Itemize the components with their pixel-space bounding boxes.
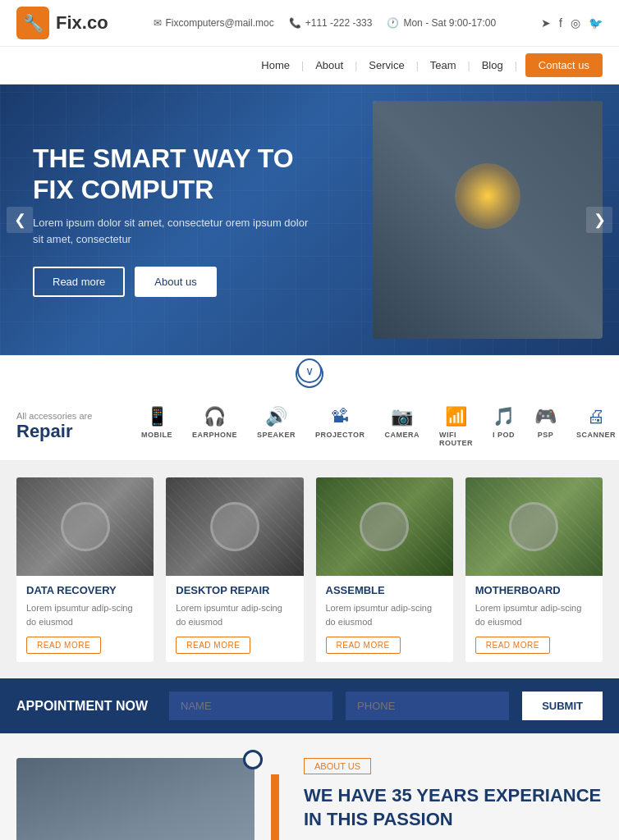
service-title-3: MOTHERBOARD	[475, 584, 593, 596]
scroll-down-icon: ∨	[297, 358, 322, 383]
repair-sym-1: 🎧	[204, 406, 226, 427]
appointment-name-input[interactable]	[169, 692, 332, 720]
email-text: Fixcomputers@mail.moc	[166, 17, 274, 29]
about-image-wrapper: 📞 111-222-33-66	[16, 758, 279, 840]
clock-icon: 🕐	[387, 17, 399, 29]
about-section: 📞 111-222-33-66 ABOUT US WE HAVE 35 YEAR…	[0, 733, 619, 840]
repair-bar: All accessories are Repair 📱MOBILE🎧EARPH…	[0, 393, 619, 461]
phone-icon: 📞	[289, 17, 301, 29]
appointment-phone-input[interactable]	[346, 692, 509, 720]
logo-icon: 🔧	[16, 7, 49, 39]
service-body-1: DESKTOP REPAIR Lorem ipsumtur adip-scing…	[166, 576, 303, 662]
about-content: ABOUT US WE HAVE 35 YEARS EXPERIANCE IN …	[304, 758, 603, 840]
about-tag: ABOUT US	[304, 758, 371, 774]
service-body-2: ASSEMBLE Lorem ipsumtur adip-scing do ei…	[316, 576, 453, 662]
repair-sym-8: 🖨	[587, 406, 605, 427]
repair-icon-projector[interactable]: 📽PROJECTOR	[305, 401, 374, 452]
nav-home[interactable]: Home	[250, 59, 301, 71]
email-info: ✉ Fixcomputers@mail.moc	[154, 17, 274, 29]
repair-label: All accessories are Repair	[16, 411, 131, 442]
repair-label-big: Repair	[16, 421, 131, 442]
hero-arrow-left[interactable]: ❮	[7, 207, 33, 233]
about-us-button[interactable]: About us	[135, 267, 216, 297]
repair-icon-mobile[interactable]: 📱MOBILE	[131, 401, 182, 452]
appointment-title: APPOINTMENT NOW	[16, 699, 148, 714]
about-main-image	[16, 758, 254, 840]
service-card-1: DESKTOP REPAIR Lorem ipsumtur adip-scing…	[166, 477, 303, 662]
repair-sym-5: 📶	[445, 406, 467, 427]
appointment-bar: APPOINTMENT NOW SUBMIT	[0, 678, 619, 733]
service-read-btn-1[interactable]: READ MORE	[176, 637, 250, 654]
about-heading: WE HAVE 35 YEARS EXPERIANCE IN THIS PASS…	[304, 784, 603, 831]
service-desc-1: Lorem ipsumtur adip-scing do eiusmod	[176, 601, 293, 628]
service-card-0: DATA RECOVERY Lorem ipsumtur adip-scing …	[16, 477, 154, 662]
repair-sym-4: 📷	[391, 406, 413, 427]
service-desc-2: Lorem ipsumtur adip-scing do eiusmod	[326, 601, 443, 628]
service-image-1	[166, 477, 303, 576]
repair-sym-6: 🎵	[493, 406, 515, 427]
hero-title: THE SMART WAY TO FIX COMPUTR	[33, 143, 310, 206]
instagram-icon[interactable]: ◎	[571, 16, 580, 30]
nav-team[interactable]: Team	[419, 59, 468, 71]
appointment-submit-button[interactable]: SUBMIT	[522, 692, 603, 720]
service-read-btn-0[interactable]: READ MORE	[26, 637, 101, 654]
top-social: ➤ f ◎ 🐦	[541, 16, 603, 30]
hours-text: Mon - Sat 9:00-17:00	[403, 17, 496, 29]
read-more-button[interactable]: Read more	[33, 267, 125, 297]
facebook-icon[interactable]: f	[559, 16, 562, 30]
repair-icon-scanner[interactable]: 🖨SCANNER	[566, 401, 619, 452]
navigation: Home | About | Service | Team | Blog | C…	[0, 47, 619, 84]
repair-sym-3: 📽	[331, 406, 349, 427]
phone-text: +111 -222 -333	[305, 17, 373, 29]
service-card-2: ASSEMBLE Lorem ipsumtur adip-scing do ei…	[316, 477, 453, 662]
repair-icon-wifi-router[interactable]: 📶WIFI ROUTER	[429, 401, 483, 452]
service-read-btn-3[interactable]: READ MORE	[475, 637, 550, 654]
repair-sym-7: 🎮	[534, 406, 557, 427]
repair-label-0: MOBILE	[141, 431, 172, 439]
repair-label-7: PSP	[538, 431, 554, 439]
service-image-2	[316, 477, 453, 576]
service-image-3	[465, 477, 603, 576]
service-title-1: DESKTOP REPAIR	[176, 584, 293, 596]
repair-icon-earphone[interactable]: 🎧EARPHONE	[182, 401, 247, 452]
email-icon: ✉	[154, 17, 162, 29]
contact-button[interactable]: Contact us	[525, 53, 603, 77]
hero-arrow-right[interactable]: ❯	[586, 207, 612, 233]
service-body-3: MOTHERBOARD Lorem ipsumtur adip-scing do…	[465, 576, 603, 662]
repair-icons-list: 📱MOBILE🎧EARPHONE🔊SPEAKER📽PROJECTOR📷CAMER…	[131, 401, 619, 452]
top-bar: 🔧 Fix.co ✉ Fixcomputers@mail.moc 📞 +111 …	[0, 0, 619, 47]
repair-sym-0: 📱	[146, 406, 168, 427]
orange-bar	[271, 774, 279, 840]
repair-icon-speaker[interactable]: 🔊SPEAKER	[247, 401, 305, 452]
phone-info: 📞 +111 -222 -333	[289, 17, 373, 29]
logo-text: Fix.co	[56, 12, 108, 34]
service-card-3: MOTHERBOARD Lorem ipsumtur adip-scing do…	[465, 477, 603, 662]
repair-icon-i-pod[interactable]: 🎵I POD	[483, 401, 525, 452]
services-section: DATA RECOVERY Lorem ipsumtur adip-scing …	[0, 461, 619, 678]
repair-label-1: EARPHONE	[192, 431, 237, 439]
circle-decoration	[243, 750, 263, 769]
repair-icon-psp[interactable]: 🎮PSP	[525, 401, 566, 452]
repair-label-4: CAMERA	[384, 431, 420, 439]
repair-icon-camera[interactable]: 📷CAMERA	[374, 401, 429, 452]
service-read-btn-2[interactable]: READ MORE	[326, 637, 401, 654]
service-desc-0: Lorem ipsumtur adip-scing do eiusmod	[26, 601, 144, 628]
nav-service[interactable]: Service	[357, 59, 415, 71]
hours-info: 🕐 Mon - Sat 9:00-17:00	[387, 17, 496, 29]
logo[interactable]: 🔧 Fix.co	[16, 7, 108, 39]
repair-label-small: All accessories are	[16, 411, 131, 421]
repair-label-8: SCANNER	[576, 431, 616, 439]
twitter-icon[interactable]: 🐦	[589, 16, 603, 30]
hero-left: THE SMART WAY TO FIX COMPUTR Lorem ipsum…	[0, 118, 342, 322]
service-title-2: ASSEMBLE	[326, 584, 443, 596]
hero-section: ❮ THE SMART WAY TO FIX COMPUTR Lorem ips…	[0, 84, 619, 355]
service-body-0: DATA RECOVERY Lorem ipsumtur adip-scing …	[16, 576, 154, 662]
hero-subtitle: Lorem ipsum dolor sit amet, consectetur …	[33, 215, 310, 247]
hero-buttons: Read more About us	[33, 267, 310, 297]
repair-sym-2: 🔊	[265, 406, 287, 427]
service-desc-3: Lorem ipsumtur adip-scing do eiusmod	[475, 601, 593, 628]
service-title-0: DATA RECOVERY	[26, 584, 144, 596]
nav-blog[interactable]: Blog	[470, 59, 515, 71]
nav-about[interactable]: About	[304, 59, 355, 71]
telegram-icon[interactable]: ➤	[541, 16, 551, 30]
